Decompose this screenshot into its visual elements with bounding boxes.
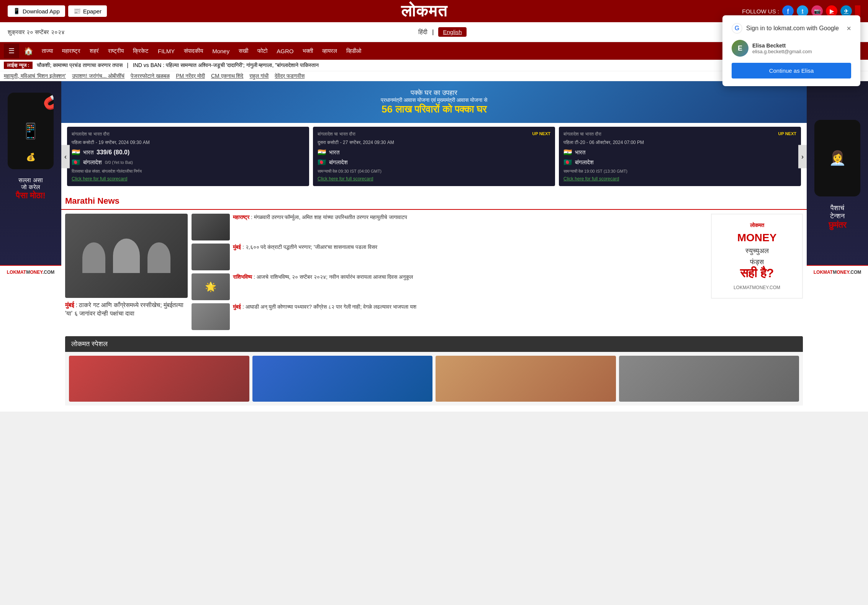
match2-team1: 🇮🇳 भारत xyxy=(318,148,550,157)
ticker-text-2: IND vs BAN : पहिल्या सामन्यात अश्विन-जडू… xyxy=(133,62,319,68)
match2-flag1: 🇮🇳 xyxy=(318,148,326,157)
quicklink-3[interactable]: पेजरस्फोटाने खळबळ xyxy=(131,73,170,79)
user-row: E Elisa Beckett elisa.g.beckett@gmail.co… xyxy=(732,40,851,57)
site-logo: लोकमत xyxy=(111,2,738,20)
cricket-header-3: बांगलादेश चा भारत दौरा UP NEXT xyxy=(563,131,796,137)
quicklink-7[interactable]: देवेंद्र फडणवीस xyxy=(275,73,305,79)
cricket-header-2: बांगलादेश चा भारत दौरा UP NEXT xyxy=(318,131,550,137)
follow-label: FOLLOW US : xyxy=(742,8,779,15)
cricket-card-2: बांगलादेश चा भारत दौरा UP NEXT दुसरा कसो… xyxy=(313,127,555,186)
hindi-link[interactable]: हिंदी xyxy=(418,29,427,36)
side-thumb-3: 🌟 xyxy=(192,273,230,300)
download-app-button[interactable]: 📱 Download App xyxy=(8,5,65,17)
hamburger-menu[interactable]: ☰ xyxy=(4,44,19,58)
lang-divider: | xyxy=(432,29,434,36)
match2-series: बांगलादेश चा भारत दौरा xyxy=(318,131,355,137)
quicklink-6[interactable]: राहुल गांधी xyxy=(249,73,269,79)
nav-item-shahar[interactable]: शहरं xyxy=(86,47,103,54)
match1-score2: 0/0 (Yet to Bat) xyxy=(105,160,133,165)
banner-ad[interactable]: पक्के घर का उपहार प्रधानमंत्री आवास योजन… xyxy=(61,81,807,123)
download-label: Download App xyxy=(23,8,60,15)
side-article-3[interactable]: 🌟 राशिभविष्य : आजचे राशिभविष्य, २० सप्टे… xyxy=(192,273,707,300)
match3-scorecard-link[interactable]: Click here for full scorecard xyxy=(563,176,796,182)
nav-item-filmy[interactable]: FILMY xyxy=(154,48,179,54)
special-card-3[interactable] xyxy=(436,356,616,402)
lokmat-special: लोकमत स्पेशल xyxy=(65,336,803,406)
special-card-2[interactable] xyxy=(252,356,433,402)
popup-title-row: G Sign in to lokmat.com with Google xyxy=(732,23,839,34)
epaper-button[interactable]: 📰 Epaper xyxy=(68,5,107,17)
right-ad-text2: टेन्शन xyxy=(830,212,845,220)
match2-info: सामन्याची वेळ 09:30 IST (04:00 GMT) xyxy=(318,169,550,174)
money-ad-col[interactable]: लोकमत MONEY स्युच्युअल फंड्स सही है? LOK… xyxy=(711,214,803,330)
quicklink-5[interactable]: CM एकनाथ शिंदे xyxy=(211,73,244,79)
special-card-1[interactable] xyxy=(69,356,249,402)
home-icon[interactable]: 🏠 xyxy=(21,46,36,56)
quicklink-1[interactable]: महायुती, मविआचं 'मिशन इलेक्शन' xyxy=(4,73,66,79)
match1-scorecard-link[interactable]: Click here for full scorecard xyxy=(72,176,305,182)
side-city-3: राशिभविष्य xyxy=(233,274,252,280)
match1-flag2: 🇧🇩 xyxy=(72,158,80,167)
nav-item-tajya[interactable]: ताज्या xyxy=(38,47,57,54)
side-article-4[interactable]: मुंबई : आघाडी अन् युती कोणाच्या पथ्यावर?… xyxy=(192,303,707,330)
nav-item-rashtriy[interactable]: राष्ट्रीय xyxy=(104,47,128,54)
top-bar-left: 📱 Download App 📰 Epaper xyxy=(8,5,107,17)
side-text-2: मुंबई : २,६०० पदे कंत्राटी पद्धतीने भरणा… xyxy=(233,244,377,251)
main-article[interactable]: मुंबई : ठाकरे गट आणि काँग्रेसमध्ये रस्सी… xyxy=(65,214,188,330)
money-ad-url: LOKMATMONEY.COM xyxy=(719,285,794,290)
side-article-1[interactable]: महाराष्ट्र : मंगळवारी ठरणार फॉर्म्युला, … xyxy=(192,214,707,240)
match2-team2-name: बांगलादेश xyxy=(329,159,348,166)
lang-links: हिंदी | English xyxy=(418,27,466,37)
right-ad-main[interactable]: 👩‍💼 पैशाचं टेन्शन छुमंतर xyxy=(807,81,868,265)
left-ad-main[interactable]: 📱 🧲 💰 सल्ला असा जो करेल पैसा मोठा! xyxy=(0,81,61,265)
match1-team2: 🇧🇩 बांगलादेश 0/0 (Yet to Bat) xyxy=(72,158,305,167)
match1-score1: 339/6 (80.0) xyxy=(97,149,129,156)
right-ad-bottom: LOKMATMONEY.COM xyxy=(807,265,868,279)
banner-title: पक्के घर का उपहार xyxy=(73,89,795,97)
user-name: Elisa Beckett xyxy=(752,43,812,49)
money-ad-lokmat: लोकमत xyxy=(750,222,764,229)
newspaper-icon: 📰 xyxy=(74,8,81,15)
match2-title: दुसरा कसोटी - 27 सप्टेंबर, 2024 09:30 AM xyxy=(318,140,550,145)
nav-item-cricket[interactable]: क्रिकेट xyxy=(129,47,152,54)
nav-item-video[interactable]: व्हिडीओ xyxy=(342,47,365,54)
side-title-2: २,६०० पदे कंत्राटी पद्धतीने भरणार; 'जीआर… xyxy=(246,244,377,250)
cricket-next-button[interactable]: › xyxy=(798,145,807,168)
main-layout: 📱 🧲 💰 सल्ला असा जो करेल पैसा मोठा! LOKMA… xyxy=(0,81,868,412)
quicklink-2[interactable]: उपाशण! जरांगंच... ओबीसींचं xyxy=(72,73,124,79)
money-ad-tagline1: स्युच्युअल xyxy=(719,247,794,255)
google-logo: G xyxy=(732,23,742,34)
left-ad-text2: जो करेल xyxy=(21,184,40,191)
continue-as-elisa-button[interactable]: Continue as Elisa xyxy=(732,63,851,78)
cricket-prev-button[interactable]: ‹ xyxy=(61,145,70,168)
quicklink-4[interactable]: PM नरेंद्र मोदी xyxy=(176,73,205,79)
nav-item-money[interactable]: Money xyxy=(208,48,233,54)
money-ad: लोकमत MONEY स्युच्युअल फंड्स सही है? LOK… xyxy=(711,214,803,299)
nav-item-sakhi[interactable]: सखी xyxy=(235,47,252,54)
match1-team1-name: भारत xyxy=(83,149,93,156)
side-title-3: आजचे राशिभविष्य, २० सप्टेंबर २०२४; नवीन … xyxy=(257,274,413,280)
nav-item-sampadakiy[interactable]: संपादकीय xyxy=(180,47,207,54)
news-grid: मुंबई : ठाकरे गट आणि काँग्रेसमध्ये रस्सी… xyxy=(61,214,807,330)
nav-item-maharashtra[interactable]: महाराष्ट्र xyxy=(58,47,84,54)
popup-title: Sign in to lokmat.com with Google xyxy=(746,25,839,32)
special-card-4[interactable] xyxy=(619,356,799,402)
banner-subtitle: प्रधानमंत्री आवास योजना एवं मुख्यमंत्री … xyxy=(73,97,795,103)
side-text-4: मुंबई : आघाडी अन् युती कोणाच्या पथ्यावर?… xyxy=(233,303,416,311)
english-link[interactable]: English xyxy=(438,27,466,37)
match2-scorecard-link[interactable]: Click here for full scorecard xyxy=(318,176,550,182)
match3-status: UP NEXT xyxy=(778,131,796,137)
money-ad-tagline3: सही है? xyxy=(719,266,794,280)
nav-item-bhakti[interactable]: भक्ती xyxy=(299,47,317,54)
nav-item-agro[interactable]: AGRO xyxy=(273,48,297,54)
match3-flag2: 🇧🇩 xyxy=(563,158,572,167)
special-title: लोकमत स्पेशल xyxy=(65,336,803,352)
nav-item-photo[interactable]: फोटो xyxy=(254,47,271,54)
match2-team2: 🇧🇩 बांगलादेश xyxy=(318,158,550,167)
side-article-2[interactable]: मुंबई : २,६०० पदे कंत्राटी पद्धतीने भरणा… xyxy=(192,244,707,270)
popup-close-button[interactable]: × xyxy=(847,24,851,33)
nav-item-viral[interactable]: व्हायरल xyxy=(318,47,341,54)
user-info: Elisa Beckett elisa.g.beckett@gmail.com xyxy=(752,43,812,54)
ticker-label: लाईव्ह न्यूज : xyxy=(4,62,33,69)
match3-team2: 🇧🇩 बांगलादेश xyxy=(563,158,796,167)
